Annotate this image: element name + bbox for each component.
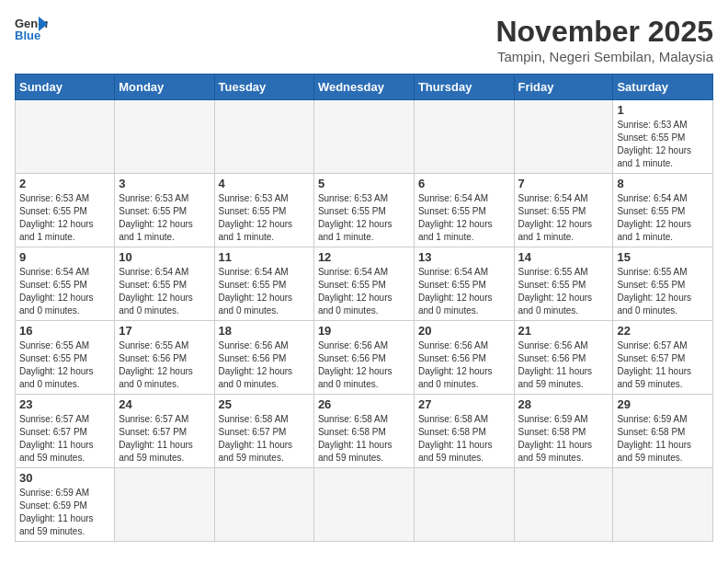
- day-number: 2: [19, 177, 110, 190]
- day-info: Sunrise: 6:54 AM Sunset: 6:55 PM Dayligh…: [418, 266, 510, 317]
- svg-text:Blue: Blue: [15, 29, 40, 42]
- day-number: 23: [19, 397, 110, 411]
- day-number: 5: [318, 177, 410, 190]
- day-number: 4: [219, 177, 310, 190]
- calendar-cell: 21Sunrise: 6:56 AM Sunset: 6:56 PM Dayli…: [514, 321, 613, 395]
- day-number: 11: [219, 250, 310, 264]
- day-info: Sunrise: 6:54 AM Sunset: 6:55 PM Dayligh…: [219, 266, 310, 317]
- day-number: 27: [418, 397, 510, 411]
- location-title: Tampin, Negeri Sembilan, Malaysia: [495, 49, 713, 64]
- day-info: Sunrise: 6:55 AM Sunset: 6:56 PM Dayligh…: [119, 339, 210, 391]
- day-info: Sunrise: 6:54 AM Sunset: 6:55 PM Dayligh…: [119, 266, 210, 317]
- day-info: Sunrise: 6:56 AM Sunset: 6:56 PM Dayligh…: [418, 339, 510, 391]
- day-info: Sunrise: 6:53 AM Sunset: 6:55 PM Dayligh…: [617, 119, 709, 170]
- calendar-cell: 5Sunrise: 6:53 AM Sunset: 6:55 PM Daylig…: [313, 174, 414, 247]
- day-number: 10: [119, 250, 210, 264]
- calendar-cell: 8Sunrise: 6:54 AM Sunset: 6:55 PM Daylig…: [613, 174, 713, 247]
- day-number: 28: [518, 397, 609, 411]
- calendar-row: 2Sunrise: 6:53 AM Sunset: 6:55 PM Daylig…: [16, 174, 713, 247]
- day-number: 3: [119, 177, 210, 190]
- day-number: 14: [518, 250, 609, 264]
- day-info: Sunrise: 6:57 AM Sunset: 6:57 PM Dayligh…: [617, 339, 709, 391]
- calendar-row: 1Sunrise: 6:53 AM Sunset: 6:55 PM Daylig…: [16, 100, 713, 174]
- day-info: Sunrise: 6:59 AM Sunset: 6:58 PM Dayligh…: [518, 413, 609, 465]
- day-info: Sunrise: 6:53 AM Sunset: 6:55 PM Dayligh…: [19, 192, 110, 244]
- day-number: 9: [19, 250, 110, 264]
- day-info: Sunrise: 6:58 AM Sunset: 6:58 PM Dayligh…: [318, 413, 410, 465]
- calendar-cell: 19Sunrise: 6:56 AM Sunset: 6:56 PM Dayli…: [313, 321, 414, 395]
- page-header: General Blue November 2025 Tampin, Neger…: [15, 15, 713, 64]
- day-info: Sunrise: 6:59 AM Sunset: 6:58 PM Dayligh…: [617, 413, 709, 465]
- calendar-cell: 18Sunrise: 6:56 AM Sunset: 6:56 PM Dayli…: [214, 321, 313, 395]
- calendar-row: 30Sunrise: 6:59 AM Sunset: 6:59 PM Dayli…: [16, 468, 713, 542]
- day-info: Sunrise: 6:54 AM Sunset: 6:55 PM Dayligh…: [518, 192, 609, 244]
- day-info: Sunrise: 6:54 AM Sunset: 6:55 PM Dayligh…: [318, 266, 410, 317]
- day-info: Sunrise: 6:59 AM Sunset: 6:59 PM Dayligh…: [19, 487, 110, 538]
- day-number: 26: [318, 397, 410, 411]
- calendar-cell: 24Sunrise: 6:57 AM Sunset: 6:57 PM Dayli…: [115, 395, 214, 468]
- calendar-cell: 29Sunrise: 6:59 AM Sunset: 6:58 PM Dayli…: [613, 395, 713, 468]
- day-info: Sunrise: 6:57 AM Sunset: 6:57 PM Dayligh…: [19, 413, 110, 465]
- day-info: Sunrise: 6:58 AM Sunset: 6:58 PM Dayligh…: [418, 413, 510, 465]
- calendar-cell: 13Sunrise: 6:54 AM Sunset: 6:55 PM Dayli…: [414, 247, 514, 321]
- day-number: 18: [219, 324, 310, 338]
- calendar-cell: [313, 468, 414, 542]
- calendar-cell: 17Sunrise: 6:55 AM Sunset: 6:56 PM Dayli…: [115, 321, 214, 395]
- day-info: Sunrise: 6:56 AM Sunset: 6:56 PM Dayligh…: [318, 339, 410, 391]
- day-number: 29: [617, 397, 709, 411]
- day-info: Sunrise: 6:56 AM Sunset: 6:56 PM Dayligh…: [518, 339, 609, 391]
- calendar-cell: 23Sunrise: 6:57 AM Sunset: 6:57 PM Dayli…: [16, 395, 115, 468]
- day-number: 13: [418, 250, 510, 264]
- calendar-cell: [115, 468, 214, 542]
- day-info: Sunrise: 6:53 AM Sunset: 6:55 PM Dayligh…: [318, 192, 410, 244]
- calendar-cell: 7Sunrise: 6:54 AM Sunset: 6:55 PM Daylig…: [514, 174, 613, 247]
- calendar-cell: 3Sunrise: 6:53 AM Sunset: 6:55 PM Daylig…: [115, 174, 214, 247]
- day-info: Sunrise: 6:53 AM Sunset: 6:55 PM Dayligh…: [119, 192, 210, 244]
- day-number: 21: [518, 324, 609, 338]
- logo-icon: General Blue: [15, 15, 48, 42]
- calendar-cell: [214, 100, 313, 174]
- day-number: 30: [19, 471, 110, 485]
- day-number: 20: [418, 324, 510, 338]
- calendar-cell: 12Sunrise: 6:54 AM Sunset: 6:55 PM Dayli…: [313, 247, 414, 321]
- calendar-cell: [414, 100, 514, 174]
- weekday-header: Monday: [115, 75, 214, 100]
- calendar-cell: [115, 100, 214, 174]
- weekday-header: Friday: [514, 75, 613, 100]
- day-number: 19: [318, 324, 410, 338]
- calendar-cell: [514, 100, 613, 174]
- calendar-cell: [16, 100, 115, 174]
- calendar-cell: 20Sunrise: 6:56 AM Sunset: 6:56 PM Dayli…: [414, 321, 514, 395]
- calendar-cell: 6Sunrise: 6:54 AM Sunset: 6:55 PM Daylig…: [414, 174, 514, 247]
- calendar-cell: 4Sunrise: 6:53 AM Sunset: 6:55 PM Daylig…: [214, 174, 313, 247]
- day-info: Sunrise: 6:56 AM Sunset: 6:56 PM Dayligh…: [219, 339, 310, 391]
- calendar-cell: 11Sunrise: 6:54 AM Sunset: 6:55 PM Dayli…: [214, 247, 313, 321]
- weekday-header: Sunday: [16, 75, 115, 100]
- calendar-cell: [313, 100, 414, 174]
- calendar-cell: 10Sunrise: 6:54 AM Sunset: 6:55 PM Dayli…: [115, 247, 214, 321]
- day-number: 22: [617, 324, 709, 338]
- calendar-cell: [414, 468, 514, 542]
- calendar-cell: 28Sunrise: 6:59 AM Sunset: 6:58 PM Dayli…: [514, 395, 613, 468]
- day-number: 25: [219, 397, 310, 411]
- calendar-cell: 26Sunrise: 6:58 AM Sunset: 6:58 PM Dayli…: [313, 395, 414, 468]
- weekday-header: Thursday: [414, 75, 514, 100]
- day-info: Sunrise: 6:53 AM Sunset: 6:55 PM Dayligh…: [219, 192, 310, 244]
- calendar-cell: [514, 468, 613, 542]
- calendar-cell: 30Sunrise: 6:59 AM Sunset: 6:59 PM Dayli…: [16, 468, 115, 542]
- calendar-cell: 2Sunrise: 6:53 AM Sunset: 6:55 PM Daylig…: [16, 174, 115, 247]
- calendar-cell: 25Sunrise: 6:58 AM Sunset: 6:57 PM Dayli…: [214, 395, 313, 468]
- calendar-row: 9Sunrise: 6:54 AM Sunset: 6:55 PM Daylig…: [16, 247, 713, 321]
- calendar-cell: 1Sunrise: 6:53 AM Sunset: 6:55 PM Daylig…: [613, 100, 713, 174]
- day-info: Sunrise: 6:54 AM Sunset: 6:55 PM Dayligh…: [19, 266, 110, 317]
- day-number: 8: [617, 177, 709, 190]
- day-number: 17: [119, 324, 210, 338]
- day-info: Sunrise: 6:55 AM Sunset: 6:55 PM Dayligh…: [518, 266, 609, 317]
- day-number: 6: [418, 177, 510, 190]
- day-number: 15: [617, 250, 709, 264]
- calendar-row: 23Sunrise: 6:57 AM Sunset: 6:57 PM Dayli…: [16, 395, 713, 468]
- calendar-cell: 22Sunrise: 6:57 AM Sunset: 6:57 PM Dayli…: [613, 321, 713, 395]
- day-info: Sunrise: 6:55 AM Sunset: 6:55 PM Dayligh…: [617, 266, 709, 317]
- day-info: Sunrise: 6:54 AM Sunset: 6:55 PM Dayligh…: [418, 192, 510, 244]
- logo: General Blue: [15, 15, 48, 42]
